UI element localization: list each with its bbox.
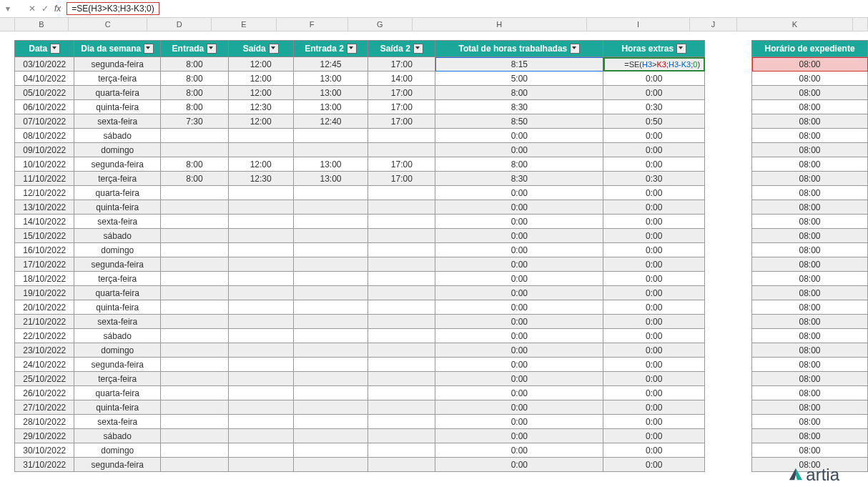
cell[interactable] [368, 143, 435, 157]
cell[interactable] [368, 429, 435, 443]
cell[interactable]: 0:30 [603, 172, 705, 186]
cell[interactable]: 0:00 [603, 400, 705, 415]
cell[interactable]: sábado [74, 229, 161, 243]
cell[interactable]: 0:00 [603, 329, 705, 343]
cell[interactable]: 08:00 [752, 143, 868, 157]
cell[interactable]: 8:00 [161, 157, 229, 172]
cell[interactable]: 7:30 [161, 114, 229, 129]
cell[interactable]: 18/10/2022 [15, 272, 74, 286]
cell[interactable]: segunda-feira [74, 57, 161, 72]
cell[interactable]: terça-feira [74, 272, 161, 286]
cell[interactable] [228, 400, 293, 415]
cell[interactable] [161, 272, 229, 286]
cell[interactable]: 5:00 [435, 72, 603, 86]
cell[interactable] [368, 458, 435, 472]
cell[interactable]: 14:00 [368, 72, 435, 86]
cell[interactable]: 12:00 [228, 157, 293, 172]
cell[interactable]: 03/10/2022 [15, 57, 74, 72]
cell[interactable]: 0:00 [603, 229, 705, 243]
cell[interactable] [228, 286, 293, 300]
cell[interactable] [368, 200, 435, 215]
col-header-k[interactable]: K [737, 18, 854, 31]
cell[interactable]: 12:40 [293, 114, 368, 129]
cell[interactable] [161, 257, 229, 272]
th-expediente[interactable]: Horário de expediente [752, 41, 868, 57]
cell[interactable]: 8:00 [161, 57, 229, 72]
col-header-h[interactable]: H [413, 18, 587, 31]
cell[interactable] [293, 429, 368, 443]
cell[interactable]: 0:00 [435, 343, 603, 358]
col-header-f[interactable]: F [277, 18, 348, 31]
cell[interactable]: 0:00 [603, 86, 705, 100]
cell[interactable]: segunda-feira [74, 157, 161, 172]
cell[interactable] [293, 329, 368, 343]
cell[interactable]: 21/10/2022 [15, 315, 74, 329]
confirm-icon[interactable]: ✓ [39, 4, 51, 14]
cell[interactable] [293, 215, 368, 229]
cell[interactable] [368, 400, 435, 415]
cell[interactable] [228, 200, 293, 215]
cell[interactable]: 17/10/2022 [15, 257, 74, 272]
cell[interactable] [293, 229, 368, 243]
cell[interactable]: 0:00 [603, 257, 705, 272]
cell[interactable]: 0:50 [603, 114, 705, 129]
cell[interactable]: 08:00 [752, 129, 868, 143]
cell[interactable]: 08:00 [752, 114, 868, 129]
cell[interactable]: quinta-feira [74, 300, 161, 315]
cell[interactable]: 8:30 [435, 172, 603, 186]
filter-icon[interactable] [676, 44, 686, 54]
cell[interactable]: 08:00 [752, 443, 868, 458]
cell[interactable]: 08:00 [752, 358, 868, 372]
cell[interactable] [368, 257, 435, 272]
cell[interactable] [293, 358, 368, 372]
cell[interactable]: 08:00 [752, 400, 868, 415]
cell[interactable]: 08:00 [752, 415, 868, 429]
cell[interactable]: domingo [74, 443, 161, 458]
cell[interactable]: 17:00 [368, 100, 435, 114]
th-extras[interactable]: Horas extras [603, 41, 705, 57]
cell[interactable]: 0:00 [435, 429, 603, 443]
cell[interactable]: 0:00 [435, 400, 603, 415]
cell[interactable] [161, 443, 229, 458]
cell[interactable]: 23/10/2022 [15, 343, 74, 358]
cell[interactable]: sexta-feira [74, 215, 161, 229]
cell[interactable]: 29/10/2022 [15, 429, 74, 443]
cell[interactable]: 0:00 [435, 300, 603, 315]
cell[interactable]: 06/10/2022 [15, 100, 74, 114]
cell[interactable] [293, 400, 368, 415]
cell[interactable]: 0:00 [603, 443, 705, 458]
cell[interactable]: 8:00 [435, 157, 603, 172]
cell[interactable]: 8:00 [161, 86, 229, 100]
cell[interactable] [368, 358, 435, 372]
cell[interactable] [368, 415, 435, 429]
cell[interactable] [228, 386, 293, 400]
cell[interactable]: 8:00 [435, 86, 603, 100]
cell[interactable] [161, 343, 229, 358]
cell[interactable]: 0:00 [435, 243, 603, 257]
cell[interactable]: 8:50 [435, 114, 603, 129]
th-data[interactable]: Data [15, 41, 74, 57]
cell[interactable] [293, 129, 368, 143]
filter-icon[interactable] [144, 44, 154, 54]
cell[interactable] [161, 286, 229, 300]
filter-icon[interactable] [570, 44, 580, 54]
cell[interactable]: 0:00 [435, 358, 603, 372]
cell[interactable]: quinta-feira [74, 100, 161, 114]
cell[interactable]: 0:00 [435, 329, 603, 343]
cell[interactable]: 12:30 [228, 100, 293, 114]
cell[interactable]: 0:00 [435, 186, 603, 200]
cell[interactable] [293, 143, 368, 157]
cell[interactable] [293, 443, 368, 458]
cell[interactable]: 12/10/2022 [15, 186, 74, 200]
cell[interactable]: 0:00 [435, 372, 603, 386]
cell[interactable]: 13:00 [293, 172, 368, 186]
th-saida[interactable]: Saída [228, 41, 293, 57]
cell[interactable]: segunda-feira [74, 358, 161, 372]
cell[interactable] [228, 243, 293, 257]
cell[interactable]: 08:00 [752, 57, 868, 72]
cell[interactable]: 08:00 [752, 200, 868, 215]
filter-icon[interactable] [347, 44, 357, 54]
cell[interactable]: 13/10/2022 [15, 200, 74, 215]
cell[interactable]: 17:00 [368, 157, 435, 172]
cell[interactable]: 0:00 [435, 215, 603, 229]
